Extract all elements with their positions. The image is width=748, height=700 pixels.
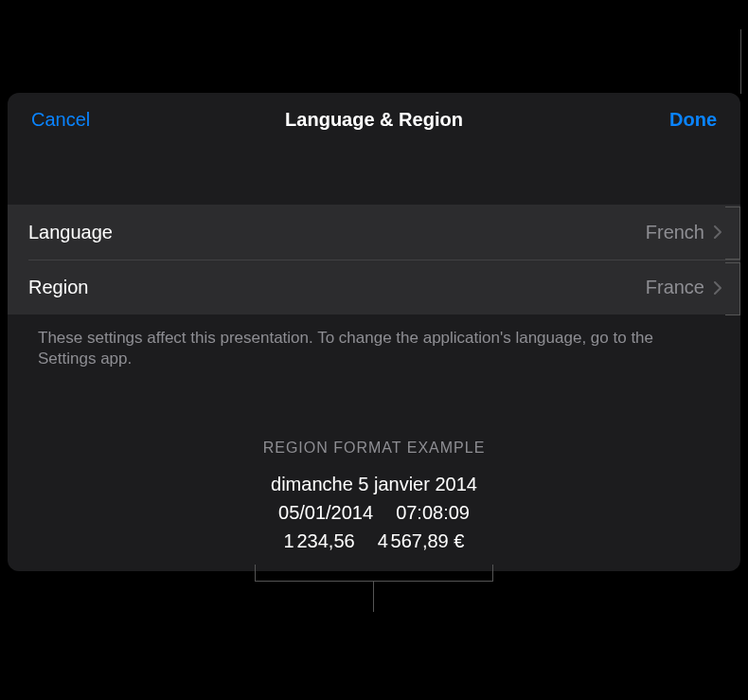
callout-bracket [725,262,740,315]
region-format-example: REGION FORMAT EXAMPLE dimanche 5 janvier… [8,440,740,555]
language-value-group: French [646,222,721,243]
language-region-modal: Cancel Language & Region Done Language F… [8,93,740,571]
language-row[interactable]: Language French [8,205,740,260]
callout-bracket [255,565,493,582]
callout-line [740,29,741,94]
example-currency: 4 567,89 € [378,527,465,555]
region-value-group: France [646,277,721,298]
region-row[interactable]: Region France [28,260,740,314]
settings-list: Language French Region France [8,205,740,314]
cancel-button[interactable]: Cancel [31,109,90,131]
chevron-right-icon [714,225,721,239]
example-header: REGION FORMAT EXAMPLE [8,440,740,457]
example-number: 1 234,56 [284,527,355,555]
callout-bracket [725,206,740,260]
language-label: Language [28,222,113,243]
modal-title: Language & Region [285,109,463,131]
language-value: French [646,222,704,243]
example-long-date: dimanche 5 janvier 2014 [8,470,740,498]
region-label: Region [28,277,88,298]
chevron-right-icon [714,281,721,295]
example-time: 07:08:09 [396,498,470,527]
example-short-date: 05/01/2014 [278,498,373,527]
settings-note: These settings affect this presentation.… [8,314,740,383]
modal-header: Cancel Language & Region Done [8,93,740,146]
region-value: France [646,277,704,298]
done-button[interactable]: Done [669,109,717,131]
callout-line [373,582,374,612]
